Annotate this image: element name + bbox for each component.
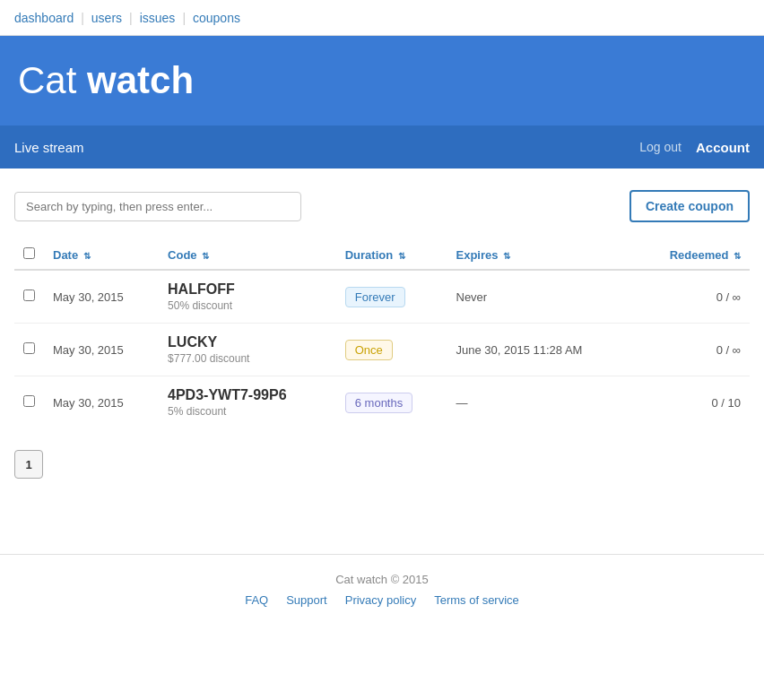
col-header-duration[interactable]: Duration ⇅ <box>336 240 447 270</box>
row-checkbox-cell-0 <box>14 270 44 324</box>
row-expires-1: June 30, 2015 11:28 AM <box>447 324 635 376</box>
row-redeemed-0: 0 / ∞ <box>634 270 750 324</box>
table-row: May 30, 2015 4PD3-YWT7-99P6 5% discount … <box>14 376 750 429</box>
footer-link-support[interactable]: Support <box>286 593 327 607</box>
row-checkbox-cell-1 <box>14 324 44 376</box>
nav-link-coupons[interactable]: coupons <box>193 11 240 25</box>
page-1-button[interactable]: 1 <box>14 450 43 479</box>
sort-icon-code: ⇅ <box>202 251 209 261</box>
col-header-date[interactable]: Date ⇅ <box>44 240 159 270</box>
row-code-discount-0: 50% discount <box>168 299 327 312</box>
nav-link-dashboard[interactable]: dashboard <box>14 11 74 25</box>
account-link[interactable]: Account <box>696 140 750 155</box>
toolbar: Create coupon <box>14 190 750 222</box>
separator-3: | <box>182 11 186 25</box>
row-checkbox-2[interactable] <box>23 395 35 407</box>
footer-links: FAQ Support Privacy policy Terms of serv… <box>14 593 750 607</box>
row-expires-0: Never <box>447 270 635 324</box>
sort-icon-expires: ⇅ <box>503 251 510 261</box>
sort-icon-redeemed: ⇅ <box>734 251 741 261</box>
footer-link-privacy[interactable]: Privacy policy <box>345 593 416 607</box>
row-code-0: HALFOFF 50% discount <box>159 270 336 324</box>
sub-nav: Live stream Log out Account <box>0 125 764 169</box>
sort-icon-duration: ⇅ <box>398 251 405 261</box>
row-code-discount-2: 5% discount <box>168 405 327 418</box>
nav-link-users[interactable]: users <box>91 11 122 25</box>
logout-link[interactable]: Log out <box>639 140 682 154</box>
row-code-name-2: 4PD3-YWT7-99P6 <box>168 387 327 403</box>
sub-nav-left: Live stream <box>14 140 84 155</box>
row-redeemed-1: 0 / ∞ <box>634 324 750 376</box>
row-date-0: May 30, 2015 <box>44 270 159 324</box>
separator-2: | <box>129 11 133 25</box>
footer-link-terms[interactable]: Terms of service <box>434 593 519 607</box>
footer-link-faq[interactable]: FAQ <box>245 593 268 607</box>
row-duration-2: 6 months <box>336 376 447 429</box>
row-duration-badge-0: Forever <box>345 287 405 307</box>
row-expires-2: — <box>447 376 635 429</box>
hero-title-bold: watch <box>87 59 194 101</box>
footer-copyright: Cat watch © 2015 <box>14 573 750 586</box>
sub-nav-right: Log out Account <box>639 140 750 155</box>
table-header: Date ⇅ Code ⇅ Duration ⇅ Expires ⇅ Redee… <box>14 240 750 270</box>
footer: Cat watch © 2015 FAQ Support Privacy pol… <box>0 554 764 625</box>
row-checkbox-0[interactable] <box>23 290 35 301</box>
hero-title-regular: Cat <box>18 59 87 101</box>
row-checkbox-1[interactable] <box>23 342 35 354</box>
table-row: May 30, 2015 HALFOFF 50% discount Foreve… <box>14 270 750 324</box>
row-duration-0: Forever <box>336 270 447 324</box>
create-coupon-button[interactable]: Create coupon <box>629 190 750 222</box>
row-code-name-0: HALFOFF <box>168 281 327 298</box>
col-header-expires[interactable]: Expires ⇅ <box>447 240 635 270</box>
search-input[interactable] <box>14 192 301 221</box>
row-code-discount-1: $777.00 discount <box>168 352 327 365</box>
select-all-checkbox[interactable] <box>23 247 35 259</box>
top-nav: dashboard | users | issues | coupons <box>0 0 764 36</box>
header-checkbox-cell <box>14 240 44 270</box>
hero-banner: Cat watch <box>0 36 764 125</box>
table-row: May 30, 2015 LUCKY $777.00 discount Once… <box>14 324 750 376</box>
col-header-redeemed[interactable]: Redeemed ⇅ <box>634 240 750 270</box>
table-body: May 30, 2015 HALFOFF 50% discount Foreve… <box>14 270 750 428</box>
nav-link-issues[interactable]: issues <box>140 11 176 25</box>
coupon-table: Date ⇅ Code ⇅ Duration ⇅ Expires ⇅ Redee… <box>14 240 750 428</box>
row-code-1: LUCKY $777.00 discount <box>159 324 336 376</box>
col-header-code[interactable]: Code ⇅ <box>159 240 336 270</box>
row-code-2: 4PD3-YWT7-99P6 5% discount <box>159 376 336 429</box>
main-content: Create coupon Date ⇅ Code ⇅ Duration ⇅ <box>0 169 764 500</box>
row-duration-badge-1: Once <box>345 340 393 360</box>
row-checkbox-cell-2 <box>14 376 44 429</box>
row-date-2: May 30, 2015 <box>44 376 159 429</box>
row-redeemed-2: 0 / 10 <box>634 376 750 429</box>
live-stream-link[interactable]: Live stream <box>14 140 84 155</box>
pagination: 1 <box>14 450 750 479</box>
sort-icon-date: ⇅ <box>83 251 91 261</box>
hero-title: Cat watch <box>18 59 194 102</box>
row-code-name-1: LUCKY <box>168 334 327 350</box>
separator-1: | <box>81 11 84 25</box>
row-duration-badge-2: 6 months <box>345 393 412 413</box>
row-date-1: May 30, 2015 <box>44 324 159 376</box>
row-duration-1: Once <box>336 324 447 376</box>
